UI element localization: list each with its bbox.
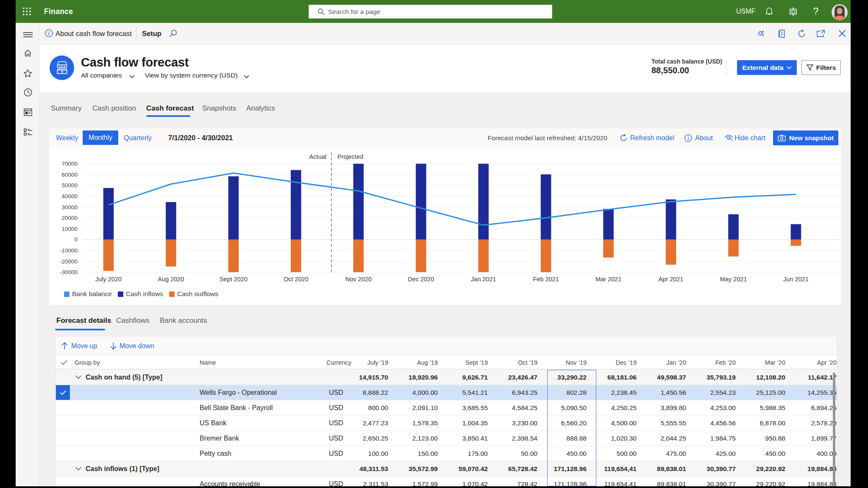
svg-text:40000: 40000 <box>61 193 78 200</box>
svg-text:Jan 2021: Jan 2021 <box>471 276 496 283</box>
svg-text:-30000: -30000 <box>60 269 78 275</box>
svg-text:10000: 10000 <box>61 226 78 232</box>
svg-text:Dec 2020: Dec 2020 <box>408 276 434 283</box>
svg-text:Cash inflows: Cash inflows <box>126 290 163 297</box>
svg-text:70000: 70000 <box>61 161 78 167</box>
svg-text:60000: 60000 <box>61 172 78 178</box>
svg-text:Sept 2020: Sept 2020 <box>220 276 248 283</box>
svg-text:30000: 30000 <box>61 204 78 211</box>
svg-text:Projected: Projected <box>337 153 363 160</box>
svg-text:0: 0 <box>74 236 78 243</box>
svg-text:50000: 50000 <box>61 182 78 189</box>
svg-text:May 2021: May 2021 <box>720 276 747 283</box>
svg-text:July 2020: July 2020 <box>95 276 122 283</box>
svg-text:-20000: -20000 <box>60 258 78 265</box>
svg-text:-10000: -10000 <box>60 247 78 254</box>
svg-text:Nov 2020: Nov 2020 <box>345 276 372 283</box>
svg-text:Bank balance: Bank balance <box>72 290 112 297</box>
svg-text:Mar 2021: Mar 2021 <box>595 276 621 283</box>
svg-text:Aug 2020: Aug 2020 <box>158 276 184 283</box>
svg-text:Apr 2021: Apr 2021 <box>659 276 684 283</box>
svg-text:Cash outflows: Cash outflows <box>177 290 219 297</box>
svg-text:20000: 20000 <box>61 215 78 221</box>
svg-text:Actual: Actual <box>309 153 326 160</box>
svg-text:Oct 2020: Oct 2020 <box>284 276 309 283</box>
svg-text:Jun 2021: Jun 2021 <box>783 276 809 283</box>
svg-text:Feb 2021: Feb 2021 <box>533 276 559 283</box>
